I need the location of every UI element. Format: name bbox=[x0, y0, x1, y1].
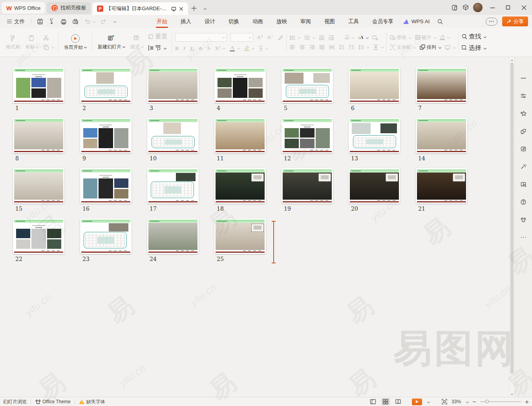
menu-tab-7[interactable]: 审阅 bbox=[300, 16, 312, 28]
slide-thumbnail[interactable] bbox=[147, 118, 199, 153]
vertical-scrollbar[interactable]: ▲ ▼ bbox=[509, 57, 514, 397]
slide-thumbnail[interactable] bbox=[282, 168, 333, 204]
slide-thumbnail[interactable] bbox=[13, 68, 64, 103]
menu-tab-2[interactable]: 插入 bbox=[180, 16, 192, 28]
slide-thumbnail[interactable] bbox=[80, 118, 132, 153]
present-screen-icon[interactable] bbox=[171, 6, 176, 11]
collaboration-more-icon[interactable] bbox=[486, 18, 497, 26]
slide-thumbnail[interactable] bbox=[214, 219, 266, 254]
user-avatar[interactable] bbox=[473, 3, 483, 12]
close-window-button[interactable] bbox=[518, 2, 530, 13]
slide-thumbnail[interactable] bbox=[80, 168, 132, 204]
print-preview-icon[interactable] bbox=[72, 18, 79, 25]
wps-ai-button[interactable]: WPS AI bbox=[404, 18, 430, 24]
minimize-button[interactable] bbox=[486, 2, 498, 13]
menu-tab-10[interactable]: 会员专享 bbox=[371, 16, 394, 28]
slide-subtitle-line bbox=[35, 76, 42, 77]
3d-box-icon[interactable] bbox=[462, 4, 469, 11]
menu-tab-5[interactable]: 动画 bbox=[252, 16, 264, 28]
slide-thumbnail[interactable] bbox=[349, 118, 400, 153]
slide-thumbnail[interactable] bbox=[416, 168, 467, 204]
section-button[interactable]: 节 bbox=[148, 44, 168, 52]
zoom-level-chevron[interactable] bbox=[466, 400, 469, 403]
quickbar-more-chevron[interactable] bbox=[113, 20, 116, 23]
slide-thumbnail[interactable] bbox=[349, 168, 400, 204]
mobile-device-icon[interactable] bbox=[452, 4, 458, 11]
slide-thumbnail[interactable] bbox=[214, 168, 266, 204]
scrollbar-thumb[interactable] bbox=[510, 62, 514, 374]
save-icon[interactable] bbox=[37, 18, 43, 25]
slide-header-bar bbox=[14, 169, 63, 173]
select-button[interactable]: 选择 bbox=[461, 44, 486, 52]
theme-button[interactable]: Office Theme bbox=[35, 399, 71, 404]
switch-shapes-button[interactable] bbox=[519, 127, 527, 135]
slide-sorter-canvas[interactable]: 1234567891011121314151617181920212223242… bbox=[0, 57, 509, 397]
play-from-current-button[interactable]: 当页开始 bbox=[61, 34, 89, 51]
font-name-combo[interactable] bbox=[175, 33, 227, 42]
menu-tab-9[interactable]: 工具 bbox=[347, 16, 360, 28]
print-icon[interactable] bbox=[60, 18, 67, 25]
help-button[interactable] bbox=[519, 198, 527, 206]
collapse-sidebar-button[interactable] bbox=[519, 74, 527, 82]
slide-thumbnail[interactable] bbox=[416, 68, 467, 103]
reading-view-button[interactable] bbox=[394, 398, 402, 405]
slideshow-options-chevron[interactable] bbox=[427, 400, 430, 403]
slide-thumbnail[interactable] bbox=[80, 68, 132, 103]
normal-view-button[interactable] bbox=[369, 398, 377, 405]
file-menu-button[interactable]: 文件 bbox=[4, 18, 28, 25]
more-tools-button[interactable] bbox=[519, 233, 527, 241]
close-tab-icon[interactable] bbox=[179, 7, 183, 11]
tab-document[interactable]: P 【可编辑】日本GARDE-宁波阪 bbox=[92, 2, 188, 15]
object-properties-button[interactable] bbox=[519, 92, 527, 100]
slide-thumbnail[interactable] bbox=[416, 118, 467, 153]
slide-thumbnail[interactable] bbox=[13, 118, 64, 153]
creative-design-button[interactable] bbox=[519, 145, 527, 153]
menu-tab-6[interactable]: 放映 bbox=[276, 16, 288, 28]
export-pdf-icon[interactable] bbox=[49, 18, 55, 25]
slide-thumbnail[interactable] bbox=[80, 219, 132, 254]
slide-thumbnail[interactable] bbox=[282, 118, 333, 153]
slide-sorter-view-button[interactable] bbox=[381, 398, 390, 405]
maximize-button[interactable] bbox=[502, 2, 514, 13]
zoom-slider[interactable] bbox=[480, 401, 521, 402]
slide-header-bar bbox=[148, 69, 197, 72]
slide-body bbox=[417, 173, 466, 200]
menu-tab-8[interactable]: 视图 bbox=[324, 16, 336, 28]
missing-fonts-button[interactable]: 缺失字体 bbox=[79, 399, 105, 405]
scroll-down-arrow[interactable]: ▼ bbox=[510, 392, 514, 397]
zoom-percentage[interactable]: 33% bbox=[452, 399, 461, 404]
tab-wps-home[interactable]: W WPS Office bbox=[2, 2, 45, 14]
slide-thumbnail[interactable] bbox=[282, 68, 333, 103]
scroll-up-arrow[interactable]: ▲ bbox=[510, 57, 514, 62]
fit-to-window-icon[interactable] bbox=[441, 399, 448, 405]
slide-thumbnail[interactable] bbox=[214, 68, 266, 103]
tab-docer-templates[interactable]: 找稻壳模板 bbox=[47, 2, 91, 14]
slide-thumbnail[interactable] bbox=[147, 219, 199, 254]
search-icon[interactable] bbox=[437, 18, 443, 25]
zoom-in-button[interactable]: + bbox=[525, 399, 529, 405]
arrange-button[interactable]: 排列 bbox=[419, 44, 441, 51]
slide-thumbnail[interactable] bbox=[147, 68, 199, 103]
effects-star-button[interactable] bbox=[519, 110, 527, 118]
slide-thumbnail[interactable] bbox=[214, 118, 266, 153]
new-tab-button[interactable] bbox=[189, 3, 199, 13]
slideshow-play-button[interactable] bbox=[412, 399, 422, 405]
slide-thumbnail[interactable] bbox=[13, 219, 64, 254]
new-slide-button[interactable]: 新建幻灯片 bbox=[95, 35, 128, 50]
zoom-out-button[interactable]: − bbox=[472, 399, 476, 405]
tab-list-chevron[interactable] bbox=[199, 3, 209, 13]
magic-wand-button[interactable] bbox=[519, 163, 527, 171]
menu-tab-1[interactable]: 开始 bbox=[156, 16, 168, 28]
menu-tab-4[interactable]: 切换 bbox=[228, 16, 240, 28]
resource-search-button[interactable] bbox=[519, 180, 527, 188]
slide-footer-bar bbox=[148, 99, 197, 102]
slide-thumbnail[interactable] bbox=[147, 168, 199, 204]
skin-settings-button[interactable] bbox=[519, 216, 527, 224]
share-button[interactable]: 分享 bbox=[502, 17, 528, 26]
slide-thumbnail[interactable] bbox=[13, 168, 64, 204]
zoom-slider-thumb[interactable] bbox=[485, 400, 489, 403]
menu-tab-3[interactable]: 设计 bbox=[204, 16, 216, 28]
find-button[interactable]: 查找 bbox=[461, 33, 486, 41]
font-size-combo[interactable] bbox=[230, 33, 253, 42]
slide-thumbnail[interactable] bbox=[349, 68, 400, 103]
